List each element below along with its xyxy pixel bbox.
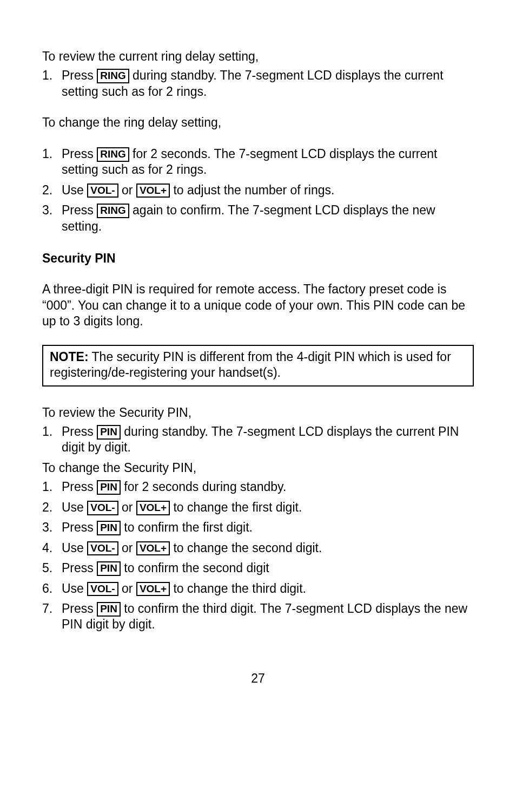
step-number: 3. [42, 202, 62, 218]
vol-plus-key: VOL+ [136, 582, 170, 597]
step-number: 2. [42, 500, 62, 515]
page-number: 27 [42, 671, 474, 686]
note-text: The security PIN is different from the 4… [50, 350, 451, 379]
note-label: NOTE: [50, 350, 89, 364]
change-ring-steps: 1. Press RING for 2 seconds. The 7-segme… [42, 146, 474, 234]
step-body: Press PIN to confirm the first digit. [62, 520, 474, 535]
step-body: Press PIN for 2 seconds during standby. [62, 479, 474, 495]
step-number: 7. [42, 601, 62, 617]
ring-key: RING [97, 69, 129, 83]
ring-key: RING [97, 147, 129, 162]
step-number: 4. [42, 540, 62, 556]
step-body: Press RING during standby. The 7-segment… [62, 68, 474, 100]
vol-minus-key: VOL- [87, 184, 118, 198]
step-number: 1. [42, 68, 62, 83]
vol-plus-key: VOL+ [136, 184, 170, 198]
ring-key: RING [97, 204, 129, 218]
step-number: 3. [42, 520, 62, 535]
vol-minus-key: VOL- [87, 501, 118, 515]
review-security-pin-steps: 1. Press PIN during standby. The 7-segme… [42, 424, 474, 456]
change-security-pin-intro: To change the Security PIN, [42, 460, 474, 476]
step-number: 1. [42, 424, 62, 440]
vol-minus-key: VOL- [87, 541, 118, 556]
step-body: Use VOL- or VOL+ to adjust the number of… [62, 182, 474, 198]
review-ring-intro: To review the current ring delay setting… [42, 49, 474, 64]
security-pin-heading: Security PIN [42, 251, 474, 266]
step-number: 2. [42, 182, 62, 198]
step-body: Use VOL- or VOL+ to change the second di… [62, 540, 474, 556]
step-body: Press RING again to confirm. The 7-segme… [62, 202, 474, 234]
change-security-pin-steps: 1. Press PIN for 2 seconds during standb… [42, 479, 474, 633]
step-number: 1. [42, 479, 62, 495]
security-pin-paragraph: A three-digit PIN is required for remote… [42, 281, 474, 329]
pin-key: PIN [97, 480, 121, 495]
step-body: Use VOL- or VOL+ to change the first dig… [62, 500, 474, 515]
step-body: Press RING for 2 seconds. The 7-segment … [62, 146, 474, 178]
step-body: Press PIN to confirm the second digit [62, 560, 474, 576]
pin-key: PIN [97, 561, 121, 576]
step-number: 6. [42, 581, 62, 597]
step-body: Press PIN to confirm the third digit. Th… [62, 601, 474, 633]
step-number: 1. [42, 146, 62, 162]
change-ring-intro: To change the ring delay setting, [42, 115, 474, 130]
pin-key: PIN [97, 425, 121, 440]
step-body: Use VOL- or VOL+ to change the third dig… [62, 581, 474, 597]
review-security-pin-intro: To review the Security PIN, [42, 405, 474, 421]
review-ring-steps: 1. Press RING during standby. The 7-segm… [42, 68, 474, 100]
step-number: 5. [42, 560, 62, 576]
vol-plus-key: VOL+ [136, 541, 170, 556]
pin-key: PIN [97, 602, 121, 617]
note-box: NOTE: The security PIN is different from… [42, 345, 474, 387]
vol-minus-key: VOL- [87, 582, 118, 597]
pin-key: PIN [97, 521, 121, 535]
vol-plus-key: VOL+ [136, 501, 170, 515]
step-body: Press PIN during standby. The 7-segment … [62, 424, 474, 456]
